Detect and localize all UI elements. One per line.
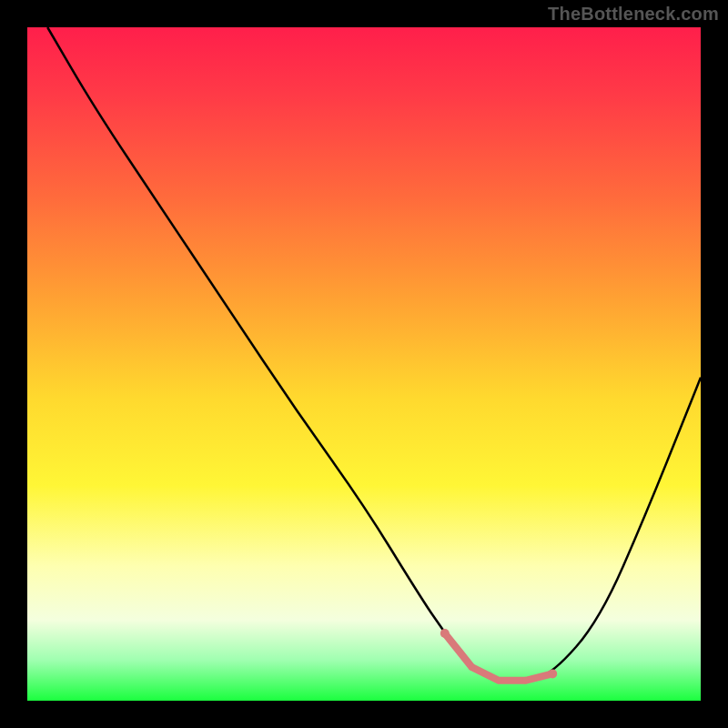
curve-svg — [27, 27, 701, 701]
optimal-range-dot — [440, 629, 450, 638]
optimal-range-markers — [440, 629, 557, 683]
chart-frame: TheBottleneck.com — [0, 0, 728, 728]
optimal-range-dot — [496, 677, 502, 683]
optimal-range-arc — [445, 633, 552, 681]
optimal-range-dot — [469, 664, 475, 671]
watermark-text: TheBottleneck.com — [548, 4, 719, 25]
optimal-range-dot — [548, 669, 557, 678]
plot-area — [27, 27, 701, 701]
optimal-range-dot — [522, 677, 529, 683]
bottleneck-curve — [47, 27, 701, 681]
